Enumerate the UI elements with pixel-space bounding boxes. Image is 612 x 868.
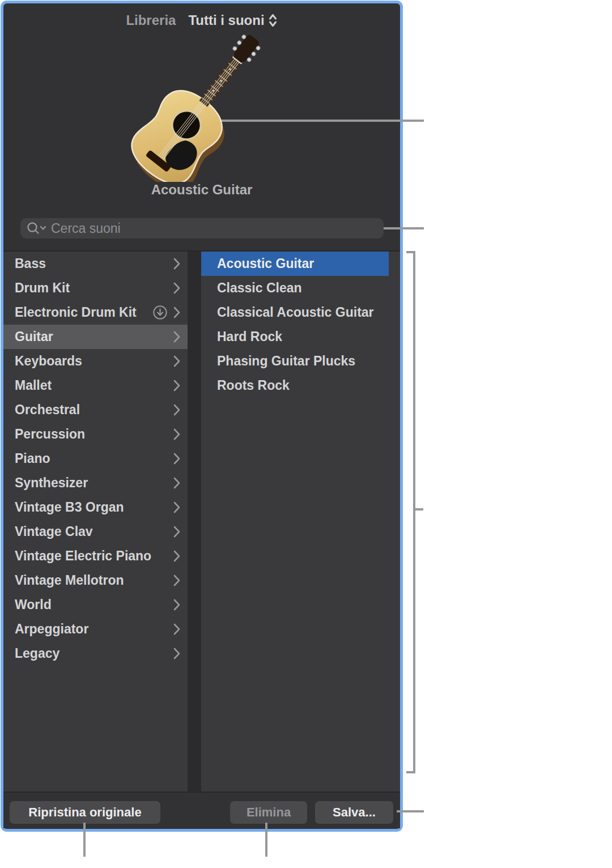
category-row[interactable]: Mallet [3, 373, 188, 398]
chevron-right-icon [173, 525, 181, 538]
column-divider [188, 252, 201, 795]
patch-row[interactable]: Acoustic Guitar [201, 252, 389, 276]
sound-filter-label: Tutti i suoni [188, 12, 264, 28]
chevron-right-icon [173, 598, 181, 611]
category-label: Arpeggiator [15, 622, 173, 637]
patch-label: Roots Rock [217, 378, 382, 393]
chevron-right-icon [173, 355, 181, 368]
category-label: Mallet [15, 378, 173, 393]
chevron-right-icon [173, 282, 181, 295]
category-row[interactable]: Vintage Electric Piano [3, 544, 188, 568]
chevron-right-icon [173, 403, 181, 416]
category-label: Vintage Electric Piano [15, 548, 173, 564]
category-label: Vintage Clav [15, 524, 173, 539]
search-field[interactable] [20, 218, 384, 239]
patch-row[interactable]: Hard Rock [201, 325, 389, 349]
callout-bracket-patch-list [413, 251, 415, 773]
chevron-right-icon [173, 476, 181, 490]
category-row[interactable]: Vintage Clav [3, 520, 188, 544]
callout-line-search-field [384, 227, 424, 229]
chevron-right-icon [173, 428, 181, 441]
category-label: Synthesizer [15, 475, 173, 491]
category-label: Piano [15, 451, 173, 466]
category-label: Vintage Mellotron [15, 573, 173, 588]
up-down-chevrons-icon [268, 12, 278, 28]
patch-name-caption: Acoustic Guitar [3, 182, 400, 198]
chevron-right-icon [173, 623, 181, 636]
download-icon [152, 305, 168, 320]
category-row[interactable]: Drum Kit [3, 276, 188, 300]
chevron-right-icon [173, 550, 181, 563]
search-icon [26, 221, 46, 236]
callout-bracket-top-tick [406, 251, 415, 253]
chevron-right-icon [173, 501, 181, 514]
category-row[interactable]: Arpeggiator [3, 617, 188, 641]
category-row[interactable]: Bass [3, 252, 188, 276]
patch-row[interactable]: Classical Acoustic Guitar [201, 300, 389, 325]
revert-original-button[interactable]: Ripristina originale [10, 801, 160, 824]
chevron-right-icon [173, 306, 181, 319]
delete-button[interactable]: Elimina [230, 801, 307, 824]
chevron-right-icon [173, 647, 181, 660]
patch-label: Hard Rock [217, 329, 382, 344]
library-lists: Bass Drum Kit [3, 250, 400, 795]
category-row[interactable]: Synthesizer [3, 471, 188, 495]
category-label: Electronic Drum Kit [15, 305, 152, 320]
patch-label: Acoustic Guitar [217, 256, 382, 271]
patch-row[interactable]: Roots Rock [201, 373, 389, 398]
patch-label: Classical Acoustic Guitar [217, 305, 382, 320]
category-label: Drum Kit [15, 280, 173, 296]
chevron-right-icon [173, 574, 181, 587]
callout-line-delete-button [265, 823, 267, 857]
library-header: Libreria Tutti i suoni [3, 8, 400, 33]
patch-row[interactable]: Classic Clean [201, 276, 389, 300]
patch-label: Phasing Guitar Plucks [217, 354, 382, 369]
category-label: Keyboards [15, 354, 173, 369]
category-column: Bass Drum Kit [3, 252, 188, 795]
category-label: Legacy [15, 646, 173, 661]
category-row[interactable]: Guitar [3, 325, 188, 349]
callout-line-revert-button [83, 823, 86, 857]
library-footer: Ripristina originale Elimina Salva... [3, 792, 400, 828]
patch-label: Classic Clean [217, 280, 382, 296]
chevron-right-icon [173, 379, 181, 392]
callout-line-save-button [397, 810, 424, 812]
category-row[interactable]: Legacy [3, 641, 188, 666]
callout-bracket-bottom-tick [406, 771, 415, 773]
category-label: World [15, 597, 173, 612]
category-label: Orchestral [15, 402, 173, 418]
category-row[interactable]: World [3, 593, 188, 617]
category-label: Vintage B3 Organ [15, 500, 173, 515]
callout-bracket-mid-tick [413, 508, 423, 510]
category-label: Percussion [15, 427, 173, 442]
category-row[interactable]: Piano [3, 446, 188, 471]
chevron-right-icon [173, 330, 181, 343]
patch-column: Acoustic Guitar Classic Clean Classical … [201, 252, 400, 795]
save-button[interactable]: Salva... [315, 801, 393, 824]
chevron-right-icon [173, 257, 181, 270]
patch-image-acoustic-guitar [77, 32, 326, 182]
chevron-right-icon [173, 452, 181, 465]
category-label: Guitar [15, 329, 173, 344]
search-input[interactable] [50, 220, 377, 237]
category-row[interactable]: Vintage Mellotron [3, 568, 188, 593]
category-row[interactable]: Percussion [3, 422, 188, 446]
category-row[interactable]: Keyboards [3, 349, 188, 373]
library-panel: Libreria Tutti i suoni [1, 1, 403, 832]
sound-filter-dropdown[interactable]: Tutti i suoni [188, 12, 277, 28]
category-label: Bass [15, 256, 173, 271]
category-row[interactable]: Orchestral [3, 398, 188, 422]
patch-row[interactable]: Phasing Guitar Plucks [201, 349, 389, 373]
library-title: Libreria [126, 12, 176, 28]
category-row[interactable]: Electronic Drum Kit [3, 300, 188, 325]
category-row[interactable]: Vintage B3 Organ [3, 495, 188, 520]
